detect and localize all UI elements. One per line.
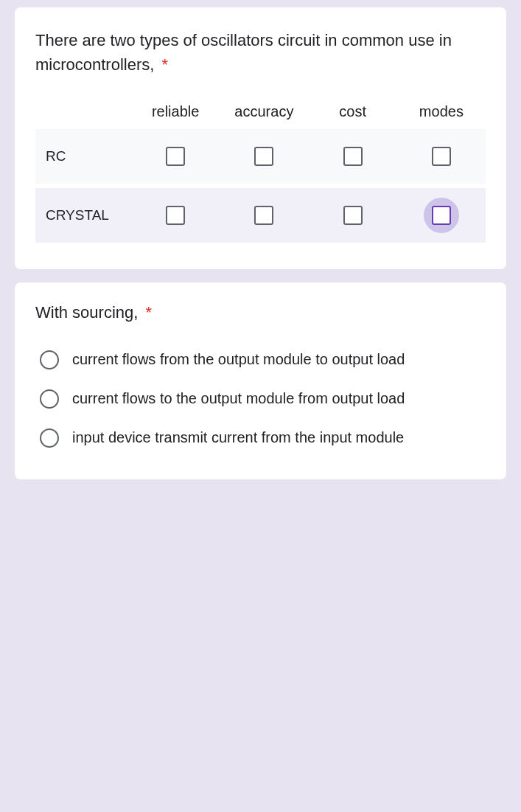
cell-rc-accuracy: [220, 147, 308, 166]
question-text: There are two types of oscillators circu…: [35, 31, 452, 74]
checkbox-crystal-reliable[interactable]: [166, 206, 185, 225]
checkbox-halo: [432, 206, 451, 225]
question-title: There are two types of oscillators circu…: [35, 28, 486, 77]
col-header-accuracy: accuracy: [220, 103, 308, 120]
checkbox-rc-reliable[interactable]: [166, 147, 185, 166]
question-title: With sourcing, *: [35, 303, 486, 322]
cell-rc-modes: [397, 147, 486, 166]
checkbox-crystal-cost[interactable]: [343, 206, 363, 225]
radio-label-0: current flows from the output module to …: [72, 349, 405, 370]
checkbox-rc-accuracy[interactable]: [254, 147, 273, 166]
required-indicator: *: [146, 303, 153, 322]
grid-cells-crystal: [131, 206, 486, 225]
grid-row-crystal: CRYSTAL: [35, 188, 486, 243]
radio-option-1[interactable]: current flows to the output module from …: [35, 379, 486, 418]
radio-option-2[interactable]: input device transmit current from the i…: [35, 418, 486, 457]
row-label-rc: RC: [35, 148, 131, 164]
cell-crystal-cost: [309, 206, 397, 225]
col-header-reliable: reliable: [131, 103, 220, 120]
radio-label-1: current flows to the output module from …: [72, 388, 405, 409]
question-text: With sourcing,: [35, 303, 138, 322]
col-header-cost: cost: [309, 103, 397, 120]
checkbox-crystal-accuracy[interactable]: [254, 206, 273, 225]
radio-input-0[interactable]: [40, 350, 59, 369]
cell-crystal-reliable: [131, 206, 220, 225]
grid-header-row: reliable accuracy cost modes: [35, 94, 486, 129]
grid-header-cells: reliable accuracy cost modes: [131, 103, 486, 120]
col-header-modes: modes: [397, 103, 486, 120]
cell-crystal-accuracy: [220, 206, 308, 225]
checkbox-rc-cost[interactable]: [343, 147, 363, 166]
row-label-crystal: CRYSTAL: [35, 207, 131, 223]
required-indicator: *: [162, 55, 169, 74]
radio-input-2[interactable]: [40, 428, 59, 448]
grid-cells-rc: [131, 147, 486, 166]
cell-rc-cost: [309, 147, 397, 166]
radio-label-2: input device transmit current from the i…: [72, 427, 404, 448]
checkbox-grid: reliable accuracy cost modes RC: [35, 94, 486, 243]
checkbox-rc-modes[interactable]: [432, 147, 451, 166]
question-card-sourcing: With sourcing, * current flows from the …: [15, 282, 506, 479]
radio-input-1[interactable]: [40, 389, 59, 409]
question-card-oscillators: There are two types of oscillators circu…: [15, 7, 506, 269]
grid-row-rc: RC: [35, 129, 486, 184]
cell-rc-reliable: [131, 147, 220, 166]
checkbox-crystal-modes[interactable]: [432, 206, 451, 225]
cell-crystal-modes: [397, 206, 486, 225]
radio-option-0[interactable]: current flows from the output module to …: [35, 340, 486, 379]
